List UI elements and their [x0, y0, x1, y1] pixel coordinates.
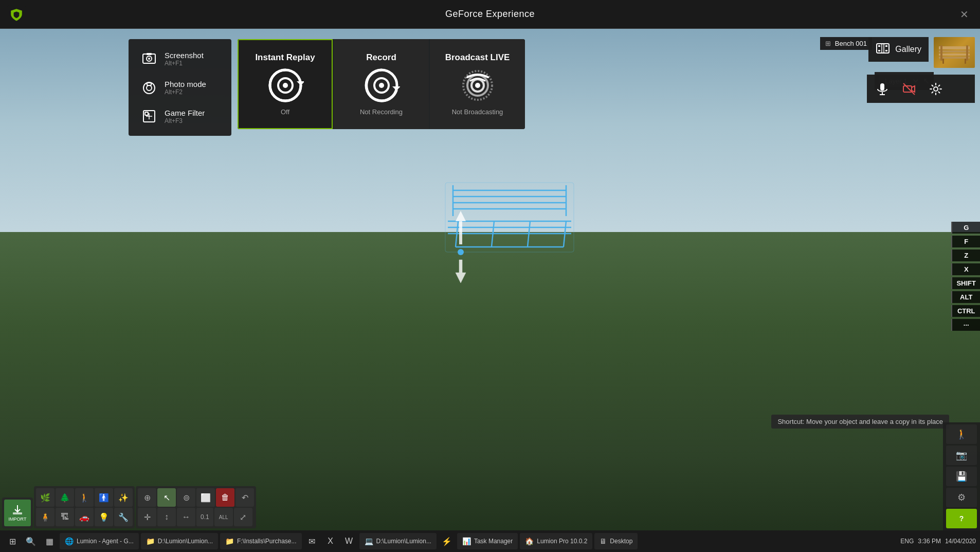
mic-button[interactable] [873, 80, 892, 98]
effects-button[interactable]: ✨ [114, 488, 133, 507]
settings-button[interactable] [927, 80, 945, 98]
save-button[interactable]: 💾 [946, 467, 977, 486]
broadcast-card[interactable]: Broadcast LIVE Not Broadcasting [430, 39, 525, 129]
svg-rect-17 [145, 112, 148, 115]
excel-button[interactable]: X [322, 533, 339, 549]
desktop-label: Desktop [610, 538, 632, 545]
photo-mode-text: Photo mode Alt+F2 [165, 80, 206, 96]
expand-button[interactable]: ⤢ [234, 508, 252, 526]
walk-button[interactable]: 🚶 [946, 424, 977, 444]
action-tools: ⊕ ↖ ⊚ ⬜ 🗑 ↶ ✛ ↕ ↔ 0.1 ALL ⤢ [136, 486, 256, 528]
instant-replay-card[interactable]: Instant Replay Off [238, 39, 333, 129]
transform-button[interactable]: ⊚ [177, 488, 195, 507]
svg-rect-2 [939, 50, 970, 52]
key-f: F [951, 236, 980, 247]
taskbar-app-taskmgr[interactable]: 📊 Task Manager [457, 533, 518, 549]
game-filter-icon [141, 108, 157, 124]
folder1-label: D:\Lumion\Lumion... [158, 538, 213, 545]
svg-line-34 [903, 83, 915, 95]
bench-name-panel: ⊞ Bench 001 [820, 37, 872, 50]
folder2-label: F:\Installs\Purchase... [237, 538, 296, 545]
question-button[interactable]: ? [946, 509, 977, 528]
desktop-icon: 🖥 [600, 537, 607, 545]
game-toolbar: IMPORT 🌿 🌲 🚶 🚹 ✨ 🧍 🏗 🚗 💡 🔧 ⊕ ↖ ⊚ ⬜ 🗑 ↶ [0, 479, 980, 530]
svg-rect-4 [939, 57, 970, 59]
taskbar-app-folder2[interactable]: 📁 F:\Installs\Purchase... [220, 533, 301, 549]
taskbar-app-lumionpro[interactable]: 🏠 Lumion Pro 10.0.2 [520, 533, 592, 549]
bench-grid-icon: ⊞ [825, 40, 831, 47]
record-icon [363, 67, 400, 104]
lumionpro-label: Lumion Pro 10.0.2 [537, 538, 587, 545]
taskmgr-label: Task Manager [474, 538, 513, 545]
import-button[interactable]: IMPORT [4, 500, 31, 526]
taskbar-app-lumion2[interactable]: 💻 D:\Lumion\Lumion... [359, 533, 437, 549]
record-card[interactable]: Record Not Recording [334, 39, 429, 129]
select-button[interactable]: ↖ [157, 488, 176, 507]
svg-rect-40 [885, 50, 887, 51]
building-button[interactable]: 🏗 [56, 508, 74, 526]
nature-button[interactable]: 🌿 [36, 488, 55, 507]
svg-rect-30 [880, 83, 884, 91]
key-alt: ALT [951, 291, 980, 303]
delete-button[interactable]: 🗑 [216, 488, 234, 507]
shortcuts-panel: Screenshot Alt+F1 Photo mode Alt+F2 [129, 39, 231, 136]
tree-button[interactable]: 🌲 [56, 488, 74, 507]
vehicle-button[interactable]: 🚗 [75, 508, 94, 526]
svg-marker-25 [392, 86, 400, 91]
keyboard-hints: G F Z X SHIFT ALT CTRL ··· [951, 222, 980, 331]
language-indicator: ENG [900, 538, 914, 545]
svg-point-20 [283, 83, 288, 88]
tool-button[interactable]: 🔧 [114, 508, 133, 526]
svg-point-35 [934, 87, 938, 91]
all-button[interactable]: ALL [214, 508, 233, 526]
scale-button[interactable]: ↔ [177, 508, 195, 526]
close-button[interactable]: ✕ [956, 7, 972, 22]
clock: 3:36 PM [918, 538, 941, 545]
broadcast-icon [459, 67, 496, 104]
undo-button[interactable]: ↶ [235, 488, 254, 507]
svg-rect-6 [966, 45, 968, 61]
date: 14/04/2020 [945, 538, 976, 545]
svg-rect-3 [939, 54, 970, 56]
move-button[interactable]: ✛ [138, 508, 156, 526]
action-row-bottom: ✛ ↕ ↔ 0.1 ALL ⤢ [138, 508, 254, 526]
taskbar-app-lumion1[interactable]: 🌐 Lumion - Agent - G... [60, 533, 139, 549]
frame-button[interactable]: ⬜ [196, 488, 215, 507]
value-display: 0.1 [196, 508, 213, 526]
rotate-button[interactable]: ↕ [157, 508, 176, 526]
help-button[interactable]: ⚙ [946, 488, 977, 507]
svg-rect-37 [878, 45, 880, 47]
taskbar-app-desktop[interactable]: 🖥 Desktop [594, 533, 638, 549]
taskbar-app-folder1[interactable]: 📁 D:\Lumion\Lumion... [141, 533, 218, 549]
start-button[interactable]: ⊞ [4, 533, 21, 549]
gallery-panel[interactable]: Gallery [868, 37, 929, 62]
photo-mode-shortcut[interactable]: Photo mode Alt+F2 [137, 74, 223, 101]
people-button[interactable]: 🚹 [95, 488, 113, 507]
folder2-icon: 📁 [225, 537, 234, 545]
gallery-label: Gallery [895, 45, 921, 54]
word-button[interactable]: W [341, 533, 357, 549]
search-button[interactable]: 🔍 [23, 533, 39, 549]
titlebar: GeForce Experience ✕ [0, 0, 980, 29]
light-button[interactable]: 💡 [95, 508, 113, 526]
key-more: ··· [951, 319, 980, 331]
svg-point-58 [458, 249, 464, 255]
camera-off-button[interactable] [900, 80, 918, 98]
character-button[interactable]: 🚶 [75, 488, 94, 507]
instant-replay-icon [267, 67, 304, 104]
key-shift: SHIFT [951, 277, 980, 289]
task-view-button[interactable]: ▦ [41, 533, 58, 549]
svg-point-13 [143, 82, 155, 94]
screenshot-shortcut[interactable]: Screenshot Alt+F1 [137, 45, 223, 72]
lightning-button[interactable]: ⚡ [439, 533, 455, 549]
svg-point-24 [379, 83, 384, 88]
svg-rect-12 [147, 53, 152, 55]
person-button[interactable]: 🧍 [36, 508, 55, 526]
screenshot-mini-button[interactable]: 📷 [946, 446, 977, 465]
move-arrows [440, 206, 481, 290]
add-button[interactable]: ⊕ [138, 488, 156, 507]
lumionpro-icon: 🏠 [525, 537, 534, 545]
game-filter-shortcut[interactable]: Game Filter Alt+F3 [137, 103, 223, 130]
svg-rect-1 [939, 46, 970, 49]
outlook-button[interactable]: ✉ [304, 533, 320, 549]
